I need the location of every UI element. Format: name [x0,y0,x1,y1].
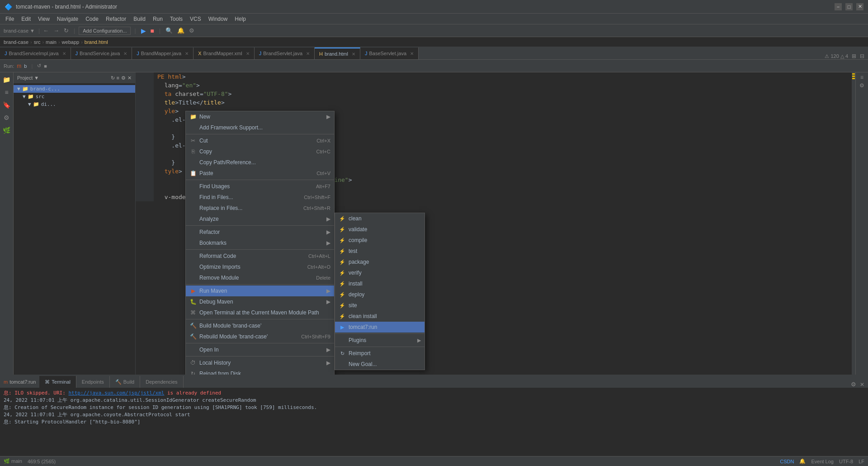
breadcrumb-webapp[interactable]: webapp [62,39,80,45]
tab-brand-mapper-xml[interactable]: X BrandMapper.xml ✕ [193,48,255,59]
scroll-indicator[interactable] [852,72,855,375]
ctx-add-framework[interactable]: Add Framework Support... [186,122,334,133]
submenu-tomcat7run[interactable]: ▶ tomcat7:run [335,322,425,333]
title-bar-controls[interactable]: − □ ✕ [835,3,863,10]
project-settings-icon[interactable]: ⚙ [121,75,126,81]
stop-button[interactable]: ■ [149,27,156,34]
project-icon[interactable]: 📁 [1,74,12,85]
tab-close-icon-7[interactable]: ✕ [410,51,414,56]
menu-navigate[interactable]: Navigate [53,15,82,23]
submenu-new-goal[interactable]: New Goal... [335,359,425,370]
submenu-test[interactable]: ⚡ test [335,246,425,257]
ctx-build-module[interactable]: 🔨 Build Module 'brand-case' [186,320,334,331]
breadcrumb-main[interactable]: main [46,39,57,45]
ctx-reformat[interactable]: Reformat Code Ctrl+Alt+L [186,251,334,262]
right-sidebar-icon-2[interactable]: ⚙ [859,82,864,89]
tab-close-icon-2[interactable]: ✕ [123,51,127,56]
menu-help[interactable]: Help [231,15,250,23]
ctx-remove-module[interactable]: Remove Module Delete [186,272,334,283]
menu-window[interactable]: Window [205,15,231,23]
submenu-compile[interactable]: ⚡ compile [335,235,425,246]
ctx-find-usages[interactable]: Find Usages Alt+F7 [186,181,334,192]
bottom-settings-icon[interactable]: ⚙ [851,381,856,388]
breadcrumb-brand-case[interactable]: brand-case [4,39,28,45]
bottom-tab-dependencies[interactable]: Dependencies [140,376,183,388]
collapse-editor-icon[interactable]: ⊟ [860,53,864,59]
toolbar-sync-icon[interactable]: ↻ [62,27,70,34]
ctx-refactor[interactable]: Refactor ▶ [186,227,334,238]
tab-close-icon[interactable]: ✕ [62,51,66,56]
menu-build[interactable]: Build [130,15,149,23]
bottom-tab-build[interactable]: 🔨 Build [110,376,140,388]
run-button[interactable]: ▶ [140,27,147,34]
ctx-copy-path[interactable]: Copy Path/Reference... [186,157,334,168]
bottom-close-icon[interactable]: ✕ [860,381,864,388]
line-separator-status[interactable]: LF [859,459,864,464]
settings-button[interactable]: ⚙ [188,27,196,34]
bookmarks-sidebar-icon[interactable]: 🔖 [1,100,12,110]
expand-editor-icon[interactable]: ⊞ [852,53,856,59]
right-sidebar-icon-1[interactable]: ≡ [860,74,863,81]
git-branch-status[interactable]: 🌿 main [4,458,22,464]
menu-run[interactable]: Run [149,15,166,23]
tab-brand-service-impl[interactable]: J BrandServiceImpl.java ✕ [0,48,71,59]
search-everywhere-button[interactable]: 🔍 [164,27,174,34]
menu-vcs[interactable]: VCS [186,15,205,23]
tab-close-icon-4[interactable]: ✕ [246,51,250,56]
ctx-local-history[interactable]: ⏱ Local History ▶ [186,357,334,368]
ctx-debug-maven[interactable]: 🐛 Debug Maven ▶ [186,296,334,307]
submenu-validate[interactable]: ⚡ validate [335,224,425,235]
notifications-button[interactable]: 🔔 [176,27,186,34]
breadcrumb-src[interactable]: src [34,39,41,45]
ctx-replace-in-files[interactable]: Replace in Files... Ctrl+Shift+R [186,203,334,214]
menu-code[interactable]: Code [82,15,102,23]
notifications-status[interactable]: 🔔 [799,458,806,464]
ctx-bookmarks[interactable]: Bookmarks ▶ [186,238,334,248]
tab-brand-servlet[interactable]: J BrandServlet.java ✕ [255,48,315,59]
ctx-open-terminal[interactable]: ⌘ Open Terminal at the Current Maven Mod… [186,307,334,318]
bottom-tab-endpoints[interactable]: Endpoints [76,376,110,388]
csdn-link[interactable]: CSDN [780,459,794,464]
project-collapse-icon[interactable]: ≡ [117,75,119,81]
bottom-tab-terminal[interactable]: ⌘ Terminal [39,376,76,388]
project-root-item[interactable]: ▼ 📁 brand-c... [14,85,135,93]
tab-base-servlet[interactable]: J BaseServlet.java ✕ [360,48,419,59]
add-configuration-button[interactable]: Add Configuration... [79,27,131,35]
tab-brand-service[interactable]: J BrandService.java ✕ [71,48,132,59]
maximize-button[interactable]: □ [845,3,853,10]
menu-tools[interactable]: Tools [166,15,186,23]
tab-close-icon-5[interactable]: ✕ [306,51,310,56]
submenu-install[interactable]: ⚡ install [335,278,425,289]
project-src-item[interactable]: ▼ 📁 src [14,93,135,100]
git-icon[interactable]: 🌿 [1,125,12,136]
submenu-deploy[interactable]: ⚡ deploy [335,289,425,300]
ctx-rebuild-module[interactable]: 🔨 Rebuild Module 'brand-case' Ctrl+Shift… [186,331,334,342]
tab-brand-html[interactable]: H brand.html ✕ [315,48,360,59]
ctx-cut[interactable]: ✂ Cut Ctrl+X [186,135,334,146]
run-restart-icon[interactable]: ↺ [37,63,41,69]
submenu-package[interactable]: ⚡ package [335,257,425,267]
ctx-new[interactable]: 📁 New ▶ [186,111,334,122]
submenu-verify[interactable]: ⚡ verify [335,267,425,278]
log-link-1[interactable]: http://java.sun.com/jsp/jstl/xml [68,390,164,396]
menu-refactor[interactable]: Refactor [102,15,130,23]
ctx-paste[interactable]: 📋 Paste Ctrl+V [186,168,334,179]
ctx-reload-from-disk[interactable]: ↻ Reload from Disk [186,368,334,375]
run-stop-icon[interactable]: ■ [44,63,47,69]
encoding-status[interactable]: UTF-8 [839,459,853,464]
tab-close-icon-3[interactable]: ✕ [185,51,189,56]
toolbar-forward-icon[interactable]: → [52,27,61,34]
submenu-reimport[interactable]: ↻ Reimport [335,348,425,359]
ctx-find-in-files[interactable]: Find in Files... Ctrl+Shift+F [186,192,334,203]
toolbar-back-icon[interactable]: ← [42,27,50,34]
ctx-copy[interactable]: ⎘ Copy Ctrl+C [186,146,334,157]
breadcrumb-brand-html[interactable]: brand.html [85,39,108,45]
services-icon[interactable]: ⚙ [1,112,12,123]
menu-edit[interactable]: Edit [18,15,34,23]
minimize-button[interactable]: − [835,3,842,10]
project-di-item[interactable]: ▼ 📁 di... [14,100,135,108]
tab-close-icon-6[interactable]: ✕ [352,52,355,57]
tab-brand-mapper[interactable]: J BrandMapper.java ✕ [132,48,193,59]
toolbar-project-selector[interactable]: brand-case ▼ [2,28,37,33]
submenu-site[interactable]: ⚡ site [335,300,425,311]
